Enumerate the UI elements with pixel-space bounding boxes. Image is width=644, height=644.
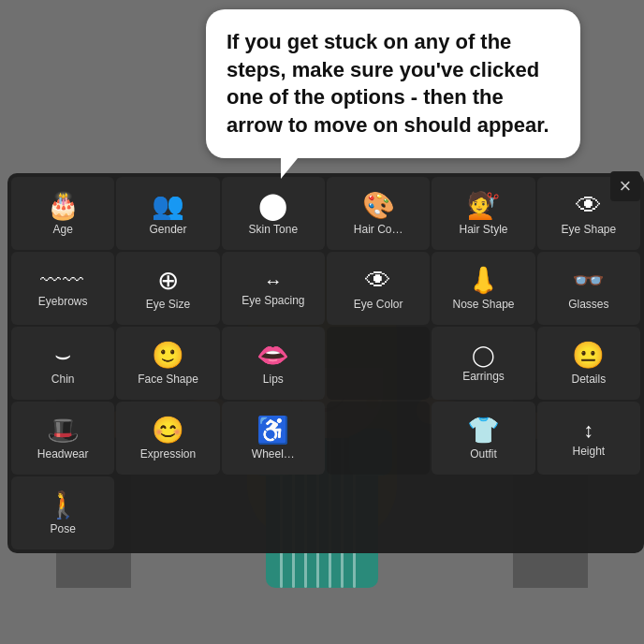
menu-item-height[interactable]: ↕ Height [537, 402, 640, 475]
eyebrows-icon: 〰〰 [40, 271, 85, 291]
eye-spacing-icon: ↔️ [264, 271, 283, 290]
details-icon: 😐 [572, 343, 605, 369]
chin-label: Chin [51, 373, 75, 386]
menu-item-lips[interactable]: 👄 Lips [222, 327, 325, 400]
earrings-icon: ◯ [472, 345, 495, 366]
menu-panel: × 🎂 Age 👥 Gender ⬤ Skin Tone 🎨 Hair Co… … [7, 173, 644, 553]
tooltip-bubble: If you get stuck on any of the steps, ma… [206, 9, 580, 158]
menu-item-wheelchair[interactable]: ♿ Wheel… [222, 402, 325, 475]
menu-item-hair-style[interactable]: 💇 Hair Style [432, 177, 534, 250]
menu-item-hair-color[interactable]: 🎨 Hair Co… [327, 177, 430, 250]
expression-label: Expression [140, 447, 196, 461]
lips-label: Lips [263, 373, 284, 386]
age-label: Age [52, 223, 72, 236]
earrings-label: Earrings [462, 370, 505, 383]
hair-color-label: Hair Co… [354, 223, 403, 236]
menu-item-eyebrows[interactable]: 〰〰 Eyebrows [11, 252, 114, 325]
eye-spacing-label: Eye Spacing [242, 294, 304, 307]
hair-style-label: Hair Style [459, 223, 507, 236]
menu-item-headwear[interactable]: 🎩 Headwear [11, 402, 114, 475]
eyebrows-label: Eyebrows [38, 295, 88, 308]
face-shape-icon: 🙂 [152, 343, 184, 369]
menu-item-pose[interactable]: 🚶 Pose [11, 476, 114, 549]
eye-size-icon: ⊕ [157, 268, 179, 294]
height-icon: ↕ [583, 420, 593, 441]
pose-label: Pose [50, 522, 75, 535]
menu-grid: 🎂 Age 👥 Gender ⬤ Skin Tone 🎨 Hair Co… 💇 … [11, 177, 640, 549]
gender-label: Gender [149, 223, 186, 236]
hair-color-icon: 🎨 [362, 193, 395, 219]
hair-style-icon: 💇 [467, 193, 500, 219]
menu-item-skin-tone[interactable]: ⬤ Skin Tone [222, 177, 325, 250]
menu-item-earrings[interactable]: ◯ Earrings [432, 327, 534, 400]
nose-shape-icon: 👃 [467, 268, 500, 294]
menu-item-eye-color[interactable]: 👁 Eye Color [327, 252, 430, 325]
menu-item-eye-spacing[interactable]: ↔️ Eye Spacing [222, 252, 325, 325]
menu-item-age[interactable]: 🎂 Age [11, 177, 114, 250]
menu-item-empty-2 [327, 402, 430, 475]
tooltip-text: If you get stuck on any of the steps, ma… [227, 30, 549, 137]
menu-item-chin[interactable]: ⌣ Chin [11, 327, 114, 400]
skin-tone-label: Skin Tone [249, 223, 298, 236]
menu-item-expression[interactable]: 😊 Expression [116, 402, 219, 475]
menu-item-outfit[interactable]: 👕 Outfit [432, 402, 534, 475]
menu-item-face-shape[interactable]: 🙂 Face Shape [116, 327, 219, 400]
close-button[interactable]: × [610, 171, 640, 201]
eye-color-icon: 👁 [365, 268, 391, 294]
glasses-label: Glasses [568, 298, 608, 311]
headwear-icon: 🎩 [47, 417, 80, 444]
details-label: Details [571, 373, 606, 386]
menu-item-glasses[interactable]: 👓 Glasses [537, 252, 640, 325]
menu-item-nose-shape[interactable]: 👃 Nose Shape [432, 252, 534, 325]
chin-icon: ⌣ [54, 343, 71, 369]
glasses-icon: 👓 [572, 268, 605, 294]
gender-icon: 👥 [152, 193, 184, 219]
nose-shape-label: Nose Shape [452, 298, 514, 311]
pose-icon: 🚶 [47, 492, 80, 519]
wheelchair-icon: ♿ [256, 417, 289, 444]
wheelchair-label: Wheel… [252, 447, 295, 461]
eye-shape-label: Eye Shape [561, 223, 616, 236]
menu-item-empty-1 [327, 327, 430, 400]
expression-icon: 😊 [152, 417, 184, 444]
outfit-label: Outfit [470, 447, 497, 461]
skin-tone-icon: ⬤ [258, 193, 287, 219]
age-icon: 🎂 [47, 193, 80, 219]
eye-shape-icon: 👁 [576, 193, 602, 219]
eye-color-label: Eye Color [354, 298, 403, 311]
lips-icon: 👄 [256, 343, 289, 369]
outfit-icon: 👕 [467, 417, 500, 444]
eye-size-label: Eye Size [146, 298, 190, 311]
headwear-label: Headwear [37, 447, 89, 461]
menu-item-gender[interactable]: 👥 Gender [116, 177, 219, 250]
face-shape-label: Face Shape [138, 373, 198, 386]
menu-item-eye-size[interactable]: ⊕ Eye Size [116, 252, 219, 325]
height-label: Height [572, 445, 605, 458]
menu-item-details[interactable]: 😐 Details [537, 327, 640, 400]
